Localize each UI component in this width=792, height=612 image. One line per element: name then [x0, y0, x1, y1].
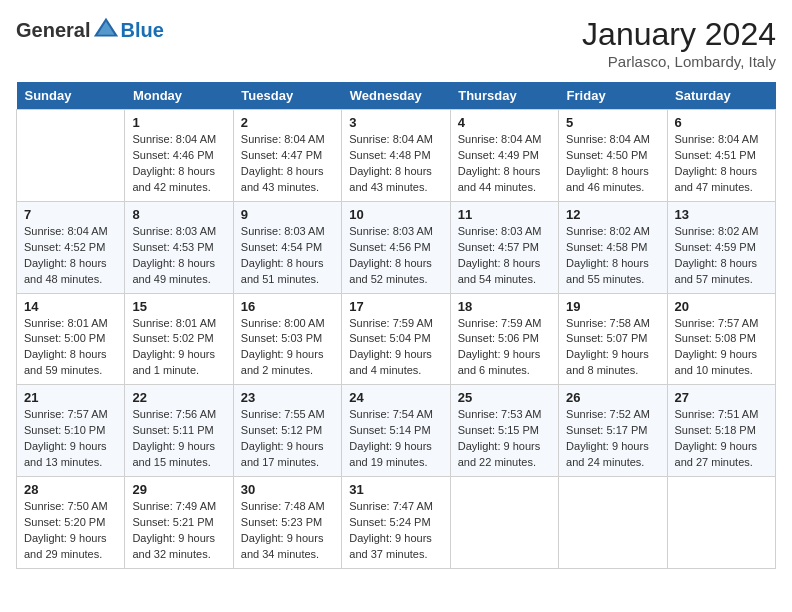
day-number: 20	[675, 299, 768, 314]
calendar-cell: 14Sunrise: 8:01 AMSunset: 5:00 PMDayligh…	[17, 293, 125, 385]
calendar-cell: 26Sunrise: 7:52 AMSunset: 5:17 PMDayligh…	[559, 385, 667, 477]
day-detail: Sunrise: 8:03 AMSunset: 4:56 PMDaylight:…	[349, 224, 442, 288]
day-detail: Sunrise: 7:50 AMSunset: 5:20 PMDaylight:…	[24, 499, 117, 563]
day-detail: Sunrise: 8:04 AMSunset: 4:46 PMDaylight:…	[132, 132, 225, 196]
day-number: 30	[241, 482, 334, 497]
header: General Blue January 2024 Parlasco, Lomb…	[16, 16, 776, 70]
day-number: 26	[566, 390, 659, 405]
day-number: 19	[566, 299, 659, 314]
day-detail: Sunrise: 8:04 AMSunset: 4:52 PMDaylight:…	[24, 224, 117, 288]
weekday-header-row: SundayMondayTuesdayWednesdayThursdayFrid…	[17, 82, 776, 110]
calendar-cell: 21Sunrise: 7:57 AMSunset: 5:10 PMDayligh…	[17, 385, 125, 477]
day-detail: Sunrise: 8:04 AMSunset: 4:49 PMDaylight:…	[458, 132, 551, 196]
calendar-cell	[17, 110, 125, 202]
calendar-cell: 3Sunrise: 8:04 AMSunset: 4:48 PMDaylight…	[342, 110, 450, 202]
day-detail: Sunrise: 7:59 AMSunset: 5:06 PMDaylight:…	[458, 316, 551, 380]
day-detail: Sunrise: 8:02 AMSunset: 4:59 PMDaylight:…	[675, 224, 768, 288]
calendar-cell: 1Sunrise: 8:04 AMSunset: 4:46 PMDaylight…	[125, 110, 233, 202]
day-number: 11	[458, 207, 551, 222]
day-detail: Sunrise: 7:57 AMSunset: 5:10 PMDaylight:…	[24, 407, 117, 471]
day-detail: Sunrise: 8:03 AMSunset: 4:54 PMDaylight:…	[241, 224, 334, 288]
day-number: 15	[132, 299, 225, 314]
week-row-3: 14Sunrise: 8:01 AMSunset: 5:00 PMDayligh…	[17, 293, 776, 385]
day-number: 28	[24, 482, 117, 497]
day-number: 21	[24, 390, 117, 405]
day-number: 3	[349, 115, 442, 130]
calendar-cell: 5Sunrise: 8:04 AMSunset: 4:50 PMDaylight…	[559, 110, 667, 202]
day-detail: Sunrise: 8:02 AMSunset: 4:58 PMDaylight:…	[566, 224, 659, 288]
calendar-cell	[450, 477, 558, 569]
day-number: 23	[241, 390, 334, 405]
day-number: 22	[132, 390, 225, 405]
main-title: January 2024	[582, 16, 776, 53]
day-detail: Sunrise: 7:59 AMSunset: 5:04 PMDaylight:…	[349, 316, 442, 380]
calendar-cell: 20Sunrise: 7:57 AMSunset: 5:08 PMDayligh…	[667, 293, 775, 385]
day-number: 29	[132, 482, 225, 497]
day-number: 1	[132, 115, 225, 130]
calendar-cell: 23Sunrise: 7:55 AMSunset: 5:12 PMDayligh…	[233, 385, 341, 477]
weekday-header-thursday: Thursday	[450, 82, 558, 110]
calendar-cell: 16Sunrise: 8:00 AMSunset: 5:03 PMDayligh…	[233, 293, 341, 385]
day-number: 14	[24, 299, 117, 314]
calendar-cell: 25Sunrise: 7:53 AMSunset: 5:15 PMDayligh…	[450, 385, 558, 477]
day-detail: Sunrise: 8:03 AMSunset: 4:57 PMDaylight:…	[458, 224, 551, 288]
day-number: 12	[566, 207, 659, 222]
weekday-header-saturday: Saturday	[667, 82, 775, 110]
day-number: 6	[675, 115, 768, 130]
calendar-cell: 24Sunrise: 7:54 AMSunset: 5:14 PMDayligh…	[342, 385, 450, 477]
day-number: 31	[349, 482, 442, 497]
weekday-header-wednesday: Wednesday	[342, 82, 450, 110]
day-number: 17	[349, 299, 442, 314]
day-detail: Sunrise: 7:49 AMSunset: 5:21 PMDaylight:…	[132, 499, 225, 563]
day-number: 27	[675, 390, 768, 405]
day-detail: Sunrise: 7:56 AMSunset: 5:11 PMDaylight:…	[132, 407, 225, 471]
weekday-header-monday: Monday	[125, 82, 233, 110]
day-number: 7	[24, 207, 117, 222]
day-detail: Sunrise: 8:01 AMSunset: 5:02 PMDaylight:…	[132, 316, 225, 380]
calendar-cell	[559, 477, 667, 569]
calendar-cell: 2Sunrise: 8:04 AMSunset: 4:47 PMDaylight…	[233, 110, 341, 202]
calendar-table: SundayMondayTuesdayWednesdayThursdayFrid…	[16, 82, 776, 569]
calendar-cell: 18Sunrise: 7:59 AMSunset: 5:06 PMDayligh…	[450, 293, 558, 385]
calendar-cell: 7Sunrise: 8:04 AMSunset: 4:52 PMDaylight…	[17, 201, 125, 293]
day-number: 5	[566, 115, 659, 130]
calendar-cell: 12Sunrise: 8:02 AMSunset: 4:58 PMDayligh…	[559, 201, 667, 293]
calendar-cell: 11Sunrise: 8:03 AMSunset: 4:57 PMDayligh…	[450, 201, 558, 293]
calendar-cell	[667, 477, 775, 569]
calendar-cell: 6Sunrise: 8:04 AMSunset: 4:51 PMDaylight…	[667, 110, 775, 202]
week-row-5: 28Sunrise: 7:50 AMSunset: 5:20 PMDayligh…	[17, 477, 776, 569]
day-number: 18	[458, 299, 551, 314]
day-number: 25	[458, 390, 551, 405]
logo-blue: Blue	[120, 19, 163, 41]
week-row-1: 1Sunrise: 8:04 AMSunset: 4:46 PMDaylight…	[17, 110, 776, 202]
week-row-2: 7Sunrise: 8:04 AMSunset: 4:52 PMDaylight…	[17, 201, 776, 293]
calendar-cell: 28Sunrise: 7:50 AMSunset: 5:20 PMDayligh…	[17, 477, 125, 569]
day-number: 24	[349, 390, 442, 405]
day-detail: Sunrise: 7:52 AMSunset: 5:17 PMDaylight:…	[566, 407, 659, 471]
calendar-cell: 10Sunrise: 8:03 AMSunset: 4:56 PMDayligh…	[342, 201, 450, 293]
day-detail: Sunrise: 8:04 AMSunset: 4:51 PMDaylight:…	[675, 132, 768, 196]
calendar-cell: 19Sunrise: 7:58 AMSunset: 5:07 PMDayligh…	[559, 293, 667, 385]
subtitle: Parlasco, Lombardy, Italy	[582, 53, 776, 70]
day-detail: Sunrise: 8:00 AMSunset: 5:03 PMDaylight:…	[241, 316, 334, 380]
day-detail: Sunrise: 8:04 AMSunset: 4:47 PMDaylight:…	[241, 132, 334, 196]
day-number: 2	[241, 115, 334, 130]
day-number: 8	[132, 207, 225, 222]
weekday-header-tuesday: Tuesday	[233, 82, 341, 110]
day-detail: Sunrise: 7:58 AMSunset: 5:07 PMDaylight:…	[566, 316, 659, 380]
calendar-cell: 4Sunrise: 8:04 AMSunset: 4:49 PMDaylight…	[450, 110, 558, 202]
day-number: 16	[241, 299, 334, 314]
weekday-header-sunday: Sunday	[17, 82, 125, 110]
calendar-cell: 31Sunrise: 7:47 AMSunset: 5:24 PMDayligh…	[342, 477, 450, 569]
calendar-cell: 8Sunrise: 8:03 AMSunset: 4:53 PMDaylight…	[125, 201, 233, 293]
day-detail: Sunrise: 7:57 AMSunset: 5:08 PMDaylight:…	[675, 316, 768, 380]
calendar-cell: 22Sunrise: 7:56 AMSunset: 5:11 PMDayligh…	[125, 385, 233, 477]
day-detail: Sunrise: 7:53 AMSunset: 5:15 PMDaylight:…	[458, 407, 551, 471]
week-row-4: 21Sunrise: 7:57 AMSunset: 5:10 PMDayligh…	[17, 385, 776, 477]
day-detail: Sunrise: 8:03 AMSunset: 4:53 PMDaylight:…	[132, 224, 225, 288]
day-detail: Sunrise: 7:55 AMSunset: 5:12 PMDaylight:…	[241, 407, 334, 471]
logo-icon	[92, 16, 120, 44]
day-detail: Sunrise: 7:47 AMSunset: 5:24 PMDaylight:…	[349, 499, 442, 563]
calendar-cell: 30Sunrise: 7:48 AMSunset: 5:23 PMDayligh…	[233, 477, 341, 569]
title-area: January 2024 Parlasco, Lombardy, Italy	[582, 16, 776, 70]
